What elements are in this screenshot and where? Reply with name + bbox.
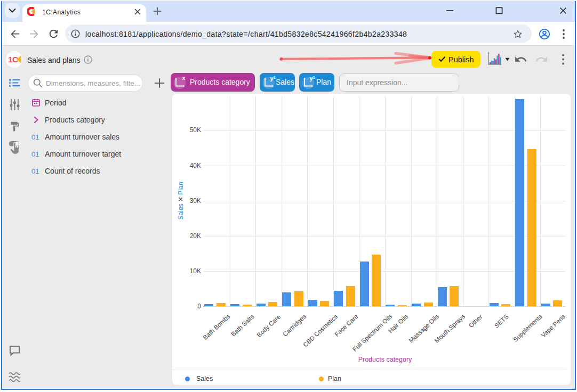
svg-text:1: 1 — [313, 75, 316, 80]
svg-text:x: x — [182, 75, 186, 81]
